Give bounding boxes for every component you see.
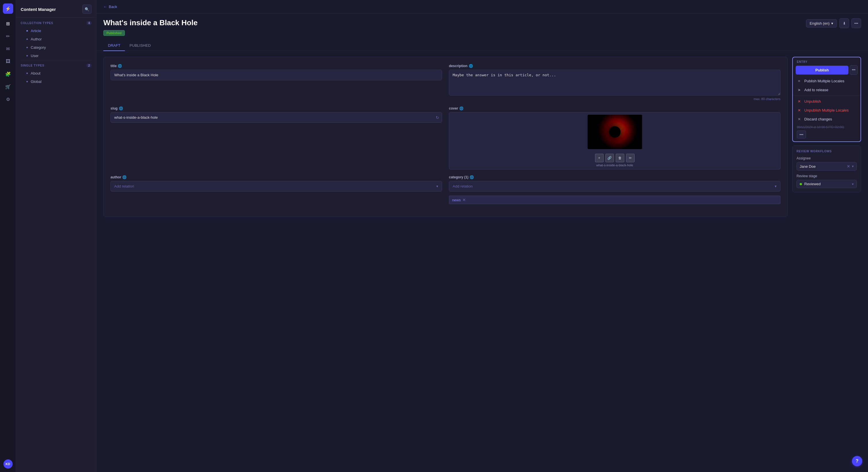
sidebar-dot (26, 72, 28, 74)
description-group: description 🌐 max. 80 characters (449, 64, 780, 101)
cover-link-button[interactable]: 🔗 (606, 154, 614, 162)
nav-icon-email[interactable]: ✉ (3, 43, 13, 54)
sidebar-dot (26, 38, 28, 40)
add-to-release-label: Add to release (804, 88, 828, 92)
description-input[interactable] (449, 70, 780, 96)
publish-multiple-locales-item[interactable]: ≡ Publish Multiple Locales (793, 76, 861, 86)
sidebar-item-article[interactable]: Article (19, 27, 94, 35)
category-tag-label: news (452, 198, 461, 202)
discard-changes-item[interactable]: ✕ Discard changes (793, 115, 861, 124)
title-input[interactable] (111, 70, 442, 80)
locale-selector[interactable]: English (en) ▾ (806, 19, 837, 28)
collection-types-label: COLLECTION TYPES (21, 22, 53, 25)
back-label: Back (109, 5, 117, 9)
page-header: What's inside a Black Hole Published Eng… (96, 14, 868, 36)
right-panel: ENTRY Publish ••• ≡ Publish Multiple Loc… (792, 57, 861, 466)
discard-changes-label: Discard changes (804, 117, 832, 121)
nav-icon-shop[interactable]: 🛒 (3, 81, 13, 92)
author-globe-icon: 🌐 (122, 175, 127, 179)
category-globe-icon: 🌐 (470, 175, 474, 179)
nav-icon-plugins[interactable]: 🧩 (3, 69, 13, 79)
publish-button[interactable]: Publish (796, 66, 848, 74)
sidebar-item-user[interactable]: User (19, 52, 94, 60)
sidebar-item-label: Author (31, 37, 42, 41)
sidebar-item-about[interactable]: About (19, 69, 94, 77)
review-stage-selector[interactable]: Reviewed ▾ (797, 180, 857, 188)
add-to-release-item[interactable]: ➤ Add to release (793, 86, 861, 94)
entry-more-actions-button[interactable]: ••• (797, 131, 806, 138)
cover-edit-button[interactable]: ✏ (626, 154, 634, 162)
back-button[interactable]: ← Back (103, 5, 117, 9)
assignee-selector[interactable]: Jane Doe ✕ ▾ (797, 162, 857, 171)
cover-add-button[interactable]: + (595, 154, 603, 162)
description-label: description 🌐 (449, 64, 780, 68)
title-label: title 🌐 (111, 64, 442, 68)
slug-input[interactable] (111, 112, 442, 123)
cover-globe-icon: 🌐 (459, 106, 464, 110)
slug-group: slug 🌐 ↻ (111, 106, 442, 169)
nav-icon-builder[interactable]: ✏ (3, 31, 13, 41)
status-badge: Published (103, 30, 125, 36)
sidebar-dot (26, 81, 28, 82)
user-avatar[interactable]: KD (3, 460, 12, 469)
title-group: title 🌐 (111, 64, 442, 101)
sidebar-item-global[interactable]: Global (19, 78, 94, 86)
black-hole-image (588, 115, 642, 149)
tab-draft[interactable]: DRAFT (103, 40, 125, 51)
collection-types-count: 4 (86, 21, 92, 25)
stage-status-dot (800, 183, 802, 185)
single-types-section: SINGLE TYPES 2 (16, 60, 96, 69)
sidebar-header: Content Manager 🔍 (16, 0, 96, 18)
nav-icon-media[interactable]: 🖼 (3, 56, 13, 67)
publish-more-button[interactable]: ••• (849, 65, 858, 75)
form-card: title 🌐 description 🌐 max. 80 characters (103, 57, 787, 217)
single-types-label: SINGLE TYPES (21, 64, 44, 67)
sidebar-item-label: Category (31, 45, 46, 49)
sidebar-item-label: Article (31, 29, 41, 33)
category-label: category (1) 🌐 (449, 175, 780, 179)
unpublish-multiple-item[interactable]: ✕ Unpublish Multiple Locales (793, 106, 861, 115)
tab-published[interactable]: PUBLISHED (125, 40, 155, 51)
back-arrow-icon: ← (103, 5, 107, 9)
cover-actions: + 🔗 🗑 ✏ (449, 154, 780, 162)
nav-icon-content[interactable]: ⊞ (3, 19, 13, 29)
sidebar-search-button[interactable]: 🔍 (82, 5, 92, 14)
sidebar-title: Content Manager (21, 7, 56, 12)
review-stage-value: Reviewed (804, 182, 852, 186)
black-hole-core (609, 126, 621, 138)
category-relation-input[interactable]: Add relation ▾ (449, 181, 780, 192)
author-dropdown-icon: ▾ (436, 184, 438, 189)
category-placeholder: Add relation (453, 184, 472, 189)
left-sidebar: Content Manager 🔍 COLLECTION TYPES 4 Art… (16, 0, 96, 472)
cover-label: cover 🌐 (449, 106, 780, 110)
author-label: author 🌐 (111, 175, 442, 179)
slug-refresh-icon[interactable]: ↻ (436, 115, 439, 120)
nav-icon-settings[interactable]: ⚙ (3, 94, 13, 104)
slug-label: slug 🌐 (111, 106, 442, 110)
review-workflows-label: REVIEW WORKFLOWS (797, 150, 857, 153)
slug-cover-row: slug 🌐 ↻ cover 🌐 (111, 106, 780, 169)
cover-delete-button[interactable]: 🗑 (616, 154, 624, 162)
cover-field: + 🔗 🗑 ✏ what-s-inside-a-black-hole (449, 112, 780, 169)
unpublish-multiple-icon: ✕ (797, 108, 801, 112)
category-tag-remove[interactable]: ✕ (462, 198, 466, 202)
more-options-button[interactable]: ••• (851, 19, 861, 28)
sidebar-dot (26, 30, 28, 32)
help-button[interactable]: ? (852, 456, 862, 466)
publish-more-icon: ••• (852, 68, 856, 72)
entry-dropdown: ENTRY Publish ••• ≡ Publish Multiple Loc… (792, 57, 861, 142)
form-panel: title 🌐 description 🌐 max. 80 characters (103, 57, 787, 466)
top-bar: ← Back (96, 0, 868, 14)
review-workflows-panel: REVIEW WORKFLOWS Assignee Jane Doe ✕ ▾ R… (792, 145, 861, 193)
unpublish-item[interactable]: ✕ Unpublish (793, 97, 861, 106)
download-button[interactable]: ⬇ (839, 19, 849, 28)
author-group: author 🌐 Add relation ▾ (111, 175, 442, 204)
unpublish-multiple-label: Unpublish Multiple Locales (804, 108, 849, 112)
publish-btn-row: Publish ••• (793, 65, 861, 76)
author-relation-input[interactable]: Add relation ▾ (111, 181, 442, 192)
sidebar-item-author[interactable]: Author (19, 35, 94, 43)
sidebar-item-category[interactable]: Category (19, 43, 94, 51)
list-icon: ≡ (797, 79, 801, 83)
page-actions: English (en) ▾ ⬇ ••• (806, 19, 861, 28)
assignee-clear-icon[interactable]: ✕ (847, 164, 850, 169)
